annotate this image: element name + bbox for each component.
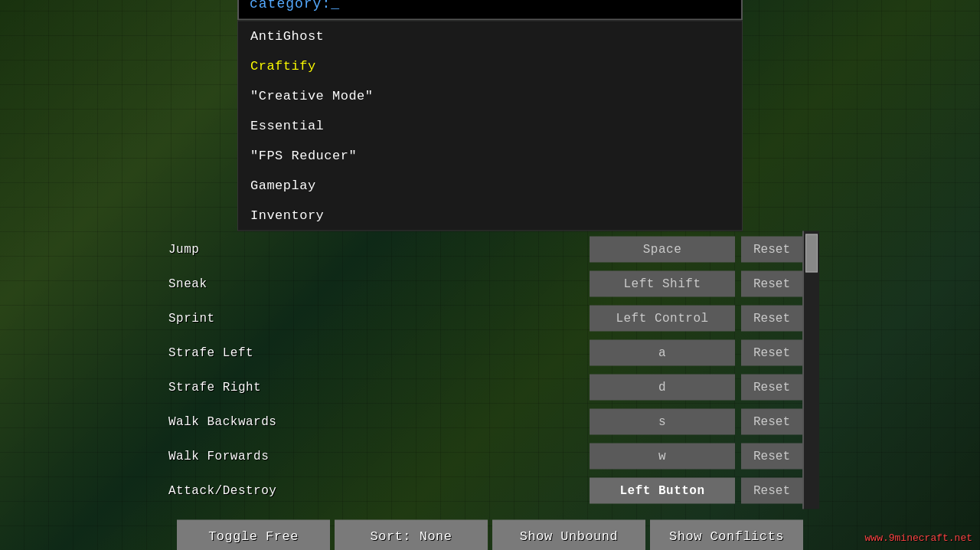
scrollbar[interactable] [802,231,819,509]
keybind-key-sneak[interactable]: Left Shift [590,271,735,297]
keybind-reset-jump[interactable]: Reset [741,237,802,263]
table-row: Walk Backwards s Reset [161,406,802,438]
show-unbound-button[interactable]: Show Unbound [492,520,645,551]
keybind-key-attack-destroy[interactable]: Left Button [590,478,735,504]
dropdown-item-creativemode[interactable]: "Creative Mode" [238,81,742,111]
keybind-label-sprint: Sprint [161,312,590,326]
search-input[interactable] [237,0,743,21]
keybind-label-strafe-left: Strafe Left [161,346,590,360]
bottom-buttons: Toggle Free Sort: None Show Unbound Show… [161,520,819,551]
keybind-key-strafe-left[interactable]: a [590,340,735,366]
keybind-reset-sprint[interactable]: Reset [741,306,802,332]
search-box: AntiGhost Craftify "Creative Mode" Essen… [237,0,743,231]
table-row: Strafe Left a Reset [161,337,802,369]
table-row: Sneak Left Shift Reset [161,268,802,300]
sort-none-button[interactable]: Sort: None [335,520,488,551]
keybind-reset-strafe-left[interactable]: Reset [741,340,802,366]
keybind-label-strafe-right: Strafe Right [161,381,590,394]
category-dropdown: AntiGhost Craftify "Creative Mode" Essen… [237,21,743,231]
dropdown-item-gameplay[interactable]: Gameplay [238,171,742,201]
keybinds-list: Jump Space Reset Sneak Left Shift Reset … [161,231,802,509]
keybind-label-attack-destroy: Attack/Destroy [161,484,590,498]
table-row: Jump Space Reset [161,234,802,266]
keybind-reset-walk-backwards[interactable]: Reset [741,409,802,435]
dropdown-item-inventory[interactable]: Inventory [238,201,742,231]
keybinds-dialog: Key Binds AntiGhost Craftify "Creative M… [161,0,819,550]
table-row: Strafe Right d Reset [161,372,802,404]
keybind-key-walk-backwards[interactable]: s [590,409,735,435]
scrollbar-thumb[interactable] [805,234,818,273]
keybind-reset-strafe-right[interactable]: Reset [741,375,802,401]
watermark: www.9minecraft.net [865,532,972,544]
dropdown-item-craftify[interactable]: Craftify [238,51,742,81]
keybind-reset-attack-destroy[interactable]: Reset [741,478,802,504]
keybind-label-walk-forwards: Walk Forwards [161,450,590,463]
table-row: Sprint Left Control Reset [161,303,802,335]
keybind-label-jump: Jump [161,243,590,257]
keybind-label-sneak: Sneak [161,277,590,291]
keybind-reset-sneak[interactable]: Reset [741,271,802,297]
keybinds-panel: Jump Space Reset Sneak Left Shift Reset … [161,231,819,509]
dropdown-item-antighost[interactable]: AntiGhost [238,21,742,51]
keybind-key-walk-forwards[interactable]: w [590,444,735,470]
table-row: Attack/Destroy Left Button Reset [161,475,802,507]
keybind-key-sprint[interactable]: Left Control [590,306,735,332]
table-row: Walk Forwards w Reset [161,440,802,473]
keybind-key-jump[interactable]: Space [590,237,735,263]
keybind-label-walk-backwards: Walk Backwards [161,415,590,429]
keybind-reset-walk-forwards[interactable]: Reset [741,444,802,470]
dropdown-item-fpsreducer[interactable]: "FPS Reducer" [238,141,742,171]
keybind-key-strafe-right[interactable]: d [590,375,735,401]
dropdown-item-essential[interactable]: Essential [238,111,742,141]
show-conflicts-button[interactable]: Show Conflicts [650,520,803,551]
toggle-free-button[interactable]: Toggle Free [177,520,330,551]
